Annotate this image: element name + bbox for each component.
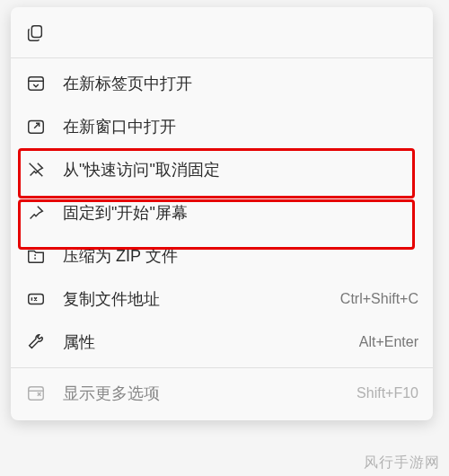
menu-item-label: 属性 <box>63 331 359 353</box>
menu-item-unpin-quick-access[interactable]: 从"快速访问"取消固定 <box>11 148 433 191</box>
menu-item-open-new-tab[interactable]: 在新标签页中打开 <box>11 62 433 105</box>
divider <box>11 57 433 58</box>
open-new-window-icon <box>25 116 47 137</box>
svg-rect-0 <box>31 26 41 38</box>
svg-rect-4 <box>29 387 44 401</box>
zip-icon <box>25 245 47 267</box>
menu-item-label: 在新窗口中打开 <box>63 116 418 137</box>
divider <box>11 367 433 368</box>
menu-item-pin-to-start[interactable]: 固定到"开始"屏幕 <box>11 191 433 234</box>
watermark: 风行手游网 <box>364 454 440 472</box>
menu-item-label: 固定到"开始"屏幕 <box>63 202 418 224</box>
menu-item-shortcut: Ctrl+Shift+C <box>340 291 418 307</box>
menu-item-label: 在新标签页中打开 <box>63 73 418 94</box>
menu-item-label: 压缩为 ZIP 文件 <box>63 245 418 267</box>
menu-item-compress-zip[interactable]: 压缩为 ZIP 文件 <box>11 234 433 278</box>
properties-icon <box>25 331 47 353</box>
copy-button[interactable] <box>11 13 433 54</box>
svg-rect-1 <box>29 77 44 91</box>
menu-item-label: 显示更多选项 <box>63 383 357 404</box>
menu-item-show-more-options[interactable]: 显示更多选项 Shift+F10 <box>11 372 433 415</box>
context-menu: 在新标签页中打开 在新窗口中打开 从"快速访问"取消固定 固定到 <box>11 7 433 420</box>
menu-item-label: 复制文件地址 <box>63 288 340 310</box>
menu-item-open-new-window[interactable]: 在新窗口中打开 <box>11 105 433 148</box>
menu-item-label: 从"快速访问"取消固定 <box>63 159 418 181</box>
menu-item-shortcut: Alt+Enter <box>359 334 418 350</box>
more-options-icon <box>25 383 47 404</box>
unpin-icon <box>25 159 47 181</box>
copy-icon <box>25 23 45 43</box>
open-new-tab-icon <box>25 73 47 94</box>
copy-path-icon <box>25 288 47 310</box>
pin-icon <box>25 202 47 224</box>
menu-item-copy-path[interactable]: 复制文件地址 Ctrl+Shift+C <box>11 278 433 321</box>
menu-item-properties[interactable]: 属性 Alt+Enter <box>11 321 433 364</box>
menu-item-shortcut: Shift+F10 <box>357 385 418 401</box>
